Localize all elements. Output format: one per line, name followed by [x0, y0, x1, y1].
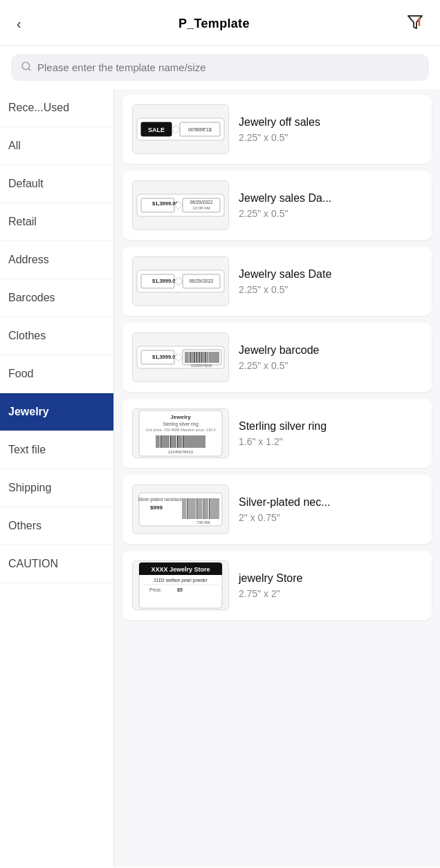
sidebar-item-label: Jewelry — [8, 406, 49, 418]
back-button[interactable]: ‹ — [14, 13, 24, 35]
template-card[interactable]: Silver-plated necklace $999 — [122, 475, 432, 544]
template-info: Jewelry sales Da... 2.25" x 0.5" — [239, 192, 422, 219]
template-info: Silver-plated nec... 2" x 0.75" — [239, 496, 422, 523]
template-card[interactable]: $1,3999.00 06/29/2022 Jewelry sales Date… — [122, 247, 432, 316]
search-container — [0, 46, 440, 89]
svg-text:10:08 AM: 10:08 AM — [192, 206, 210, 210]
sidebar-item-label: Others — [8, 520, 42, 532]
svg-text:Jewelry: Jewelry — [170, 414, 191, 420]
svg-text:06/29/2022: 06/29/2022 — [189, 279, 213, 283]
svg-text:06/29/2022: 06/29/2022 — [190, 200, 213, 205]
svg-text:21D2 welfare pearl powder: 21D2 welfare pearl powder — [154, 578, 208, 583]
template-info: Sterling silver ring 1.6" x 1.2" — [239, 420, 422, 447]
template-thumbnail: Silver-plated necklace $999 — [132, 484, 229, 534]
sidebar-item-all[interactable]: All — [0, 127, 113, 165]
template-size: 2.25" x 0.5" — [239, 284, 422, 295]
template-name: jewelry Store — [239, 572, 422, 585]
sidebar-item-default[interactable]: Default — [0, 165, 113, 203]
sidebar-item-caution[interactable]: CAUTION — [0, 545, 113, 583]
sidebar-item-food[interactable]: Food — [0, 355, 113, 393]
template-name: Jewelry sales Date — [239, 268, 422, 281]
svg-text:$999: $999 — [150, 504, 163, 511]
template-info: Jewelry sales Date 2.25" x 0.5" — [239, 268, 422, 295]
svg-text:738   486: 738 486 — [196, 520, 210, 525]
svg-line-4 — [28, 68, 30, 70]
template-thumbnail: $1,3999.00 06/29/2022 — [132, 256, 229, 306]
template-thumbnail: Jewelry Sterling silver ring Unit price:… — [132, 408, 229, 458]
template-name: Silver-plated nec... — [239, 496, 422, 509]
template-size: 2.75" x 2" — [239, 588, 422, 599]
svg-text:$5: $5 — [177, 587, 183, 593]
template-info: Jewelry barcode 2.25" x 0.5" — [239, 344, 422, 371]
template-info: jewelry Store 2.75" x 2" — [239, 572, 422, 599]
sidebar-item-label: Rece...Used — [8, 102, 69, 114]
template-card[interactable]: $1,3999.00 06/29/2022 10:08 AM Jewelry s… — [122, 171, 432, 240]
template-name: Jewelry sales Da... — [239, 192, 422, 205]
template-card[interactable]: SALE 00'666€'1$ Jewelry off sales 2.25" … — [122, 95, 432, 164]
template-size: 2" x 0.75" — [239, 512, 422, 523]
sidebar-item-clothes[interactable]: Clothes — [0, 317, 113, 355]
sidebar-item-label: Address — [8, 254, 49, 266]
sidebar-item-label: All — [8, 140, 21, 152]
sidebar-item-label: Default — [8, 178, 44, 190]
sidebar-item-shipping[interactable]: Shipping — [0, 469, 113, 507]
template-card[interactable]: Jewelry Sterling silver ring Unit price:… — [122, 399, 432, 468]
sidebar: Rece...Used All Default Retail Address B… — [0, 89, 114, 867]
template-thumbnail: SALE 00'666€'1$ — [132, 104, 229, 154]
sidebar-item-jewelry[interactable]: Jewelry — [0, 393, 113, 431]
svg-text:$1,3999.00: $1,3999.00 — [152, 200, 178, 207]
sidebar-item-text-file[interactable]: Text file — [0, 431, 113, 469]
template-thumbnail: $1,3999.00 — [132, 332, 229, 382]
search-input[interactable] — [37, 62, 419, 73]
template-size: 1.6" x 1.2" — [239, 436, 422, 447]
template-name: Jewelry off sales — [239, 116, 422, 129]
template-name: Sterling silver ring — [239, 420, 422, 433]
svg-text:1234567891​0: 1234567891​0 — [191, 364, 212, 368]
svg-text:Price:: Price: — [149, 587, 162, 592]
main-layout: Rece...Used All Default Retail Address B… — [0, 89, 440, 867]
page-title: P_Template — [178, 17, 250, 31]
sidebar-item-label: Shipping — [8, 482, 51, 494]
template-card[interactable]: $1,3999.00 — [122, 323, 432, 392]
template-size: 2.25" x 0.5" — [239, 208, 422, 219]
svg-text:00'666€'1$: 00'666€'1$ — [188, 127, 212, 132]
template-thumbnail: $1,3999.00 06/29/2022 10:08 AM — [132, 180, 229, 230]
svg-text:$1,3999.00: $1,3999.00 — [152, 278, 178, 284]
svg-text:$1,3999.00: $1,3999.00 — [152, 354, 178, 360]
svg-text:Sterling silver ring: Sterling silver ring — [163, 422, 199, 427]
sidebar-item-label: Text file — [8, 444, 46, 456]
content-area: SALE 00'666€'1$ Jewelry off sales 2.25" … — [114, 89, 440, 867]
svg-text:SALE: SALE — [148, 126, 165, 133]
template-size: 2.25" x 0.5" — [239, 360, 422, 371]
search-icon — [21, 61, 32, 74]
template-size: 2.25" x 0.5" — [239, 132, 422, 143]
sidebar-item-barcodes[interactable]: Barcodes — [0, 279, 113, 317]
sidebar-item-others[interactable]: Others — [0, 507, 113, 545]
svg-point-2 — [419, 24, 421, 26]
svg-text:12345678910: 12345678910 — [168, 450, 194, 454]
template-name: Jewelry barcode — [239, 344, 422, 357]
sidebar-item-recently-used[interactable]: Rece...Used — [0, 89, 113, 127]
template-info: Jewelry off sales 2.25" x 0.5" — [239, 116, 422, 143]
sidebar-item-address[interactable]: Address — [0, 241, 113, 279]
sidebar-item-label: CAUTION — [8, 558, 58, 570]
filter-icon[interactable] — [404, 11, 426, 37]
svg-text:Unit price: 150 RMB   Member p: Unit price: 150 RMB Member price: 120.4 — [145, 428, 215, 432]
template-card[interactable]: XXXX Jewelry Store 21D2 welfare pearl po… — [122, 551, 432, 620]
sidebar-item-label: Retail — [8, 216, 37, 228]
svg-text:XXXX Jewelry Store: XXXX Jewelry Store — [151, 566, 210, 573]
sidebar-item-label: Barcodes — [8, 292, 55, 304]
search-bar — [11, 54, 429, 81]
sidebar-item-label: Food — [8, 368, 33, 380]
header: ‹ P_Template — [0, 0, 440, 46]
template-thumbnail: XXXX Jewelry Store 21D2 welfare pearl po… — [132, 560, 229, 610]
sidebar-item-label: Clothes — [8, 330, 46, 342]
svg-text:Silver-plated necklace: Silver-plated necklace — [138, 497, 182, 502]
sidebar-item-retail[interactable]: Retail — [0, 203, 113, 241]
